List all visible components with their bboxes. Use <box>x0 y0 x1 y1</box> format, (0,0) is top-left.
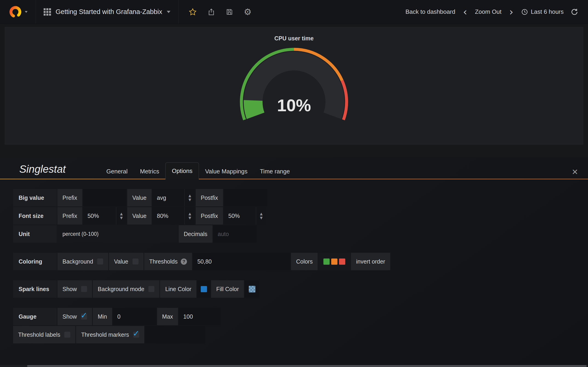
selected-stat: avg <box>152 189 184 206</box>
threshold-labels-checkbox[interactable]: ✓ <box>64 332 70 338</box>
value-checkbox[interactable]: ✓ <box>132 259 138 265</box>
save-icon <box>226 8 233 16</box>
line-color-label: Line Color <box>160 280 196 298</box>
big-value-stat-select[interactable]: avg ▲ ▼ <box>152 189 195 206</box>
tab-time-range[interactable]: Time range <box>254 163 296 179</box>
stepper-arrows-icon[interactable]: ▲ ▼ <box>116 207 127 225</box>
settings-button[interactable]: ⚙ <box>244 7 251 17</box>
color-swatch-red[interactable] <box>339 259 345 265</box>
gauge-row: Gauge Show ✓ Min Max <box>13 308 588 325</box>
big-value-prefix-input[interactable] <box>83 189 127 206</box>
font-size-prefix-label: Prefix <box>57 207 82 225</box>
show-label: Show <box>62 313 77 320</box>
max-label: Max <box>157 308 178 325</box>
decimals-label: Decimals <box>179 225 212 243</box>
gauge-label: Gauge <box>13 308 57 325</box>
time-range-label: Last 6 hours <box>531 8 564 15</box>
coloring-value-toggle[interactable]: Value ✓ <box>109 253 143 270</box>
zoom-out-button[interactable]: Zoom Out <box>475 8 502 15</box>
threshold-color-swatches <box>318 253 350 270</box>
gauge-max-input[interactable] <box>179 308 221 325</box>
color-swatch-green[interactable] <box>323 259 330 265</box>
arrow-up-icon: ▲ <box>260 212 263 216</box>
font-size-label: Font size <box>13 207 57 225</box>
invert-order-button[interactable]: invert order <box>351 253 390 270</box>
stepper-arrows-icon[interactable]: ▲ ▼ <box>184 207 195 225</box>
line-color-cell <box>197 280 210 298</box>
arrow-down-icon: ▼ <box>120 216 123 220</box>
top-navbar: Getting Started with Grafana-Zabbix ⚙ <box>0 0 588 24</box>
spark-show-checkbox[interactable]: ✓ <box>81 286 87 292</box>
time-range-picker[interactable]: Last 6 hours <box>521 8 564 15</box>
back-to-dashboard-button[interactable]: Back to dashboard <box>405 8 455 15</box>
panel-editor: Singlestat General Metrics Options Value… <box>0 157 588 367</box>
gauge-min-input[interactable] <box>113 308 156 325</box>
font-size-value-select[interactable]: 80% ▲ ▼ <box>152 207 195 225</box>
stepper-arrows-icon[interactable]: ▲ ▼ <box>256 207 267 225</box>
close-icon: × <box>572 166 578 177</box>
grafana-menu-button[interactable] <box>0 0 36 24</box>
unit-row: Unit percent (0-100) Decimals <box>13 225 588 243</box>
tab-options[interactable]: Options <box>165 162 199 179</box>
singlestat-panel: CPU user time 10% <box>5 27 583 144</box>
navbar-actions: ⚙ <box>179 0 256 24</box>
big-value-postfix-label: Postfix <box>196 189 223 206</box>
background-checkbox[interactable]: ✓ <box>97 259 103 265</box>
fill-color-cell <box>245 280 259 298</box>
refresh-button[interactable] <box>571 8 578 16</box>
big-value-postfix-input[interactable] <box>224 189 267 206</box>
value-label: Value <box>114 258 128 265</box>
coloring-label: Coloring <box>13 253 57 270</box>
big-value-prefix-label: Prefix <box>57 189 82 206</box>
background-mode-checkbox[interactable]: ✓ <box>148 286 154 292</box>
share-button[interactable] <box>208 8 215 16</box>
tab-value-mappings[interactable]: Value Mappings <box>199 163 254 179</box>
chevron-right-icon: › <box>509 6 513 18</box>
tab-metrics[interactable]: Metrics <box>134 163 166 179</box>
thresholds-input[interactable] <box>193 253 290 270</box>
fill-color-swatch[interactable] <box>249 286 255 292</box>
chevron-down-icon <box>167 11 170 13</box>
line-color-swatch[interactable] <box>201 286 207 292</box>
dashboard-title-button[interactable]: Getting Started with Grafana-Zabbix <box>36 0 179 24</box>
threshold-markers-toggle[interactable]: Threshold markers ✓ <box>76 326 144 343</box>
threshold-markers-checkbox[interactable]: ✓ <box>133 332 139 338</box>
min-label: Min <box>93 308 112 325</box>
selected-postfix-size: 50% <box>224 207 256 225</box>
grafana-logo-icon <box>8 5 23 19</box>
arrow-down-icon: ▼ <box>260 216 263 220</box>
horizontal-scrollbar <box>0 365 588 367</box>
arrow-up-icon: ▲ <box>120 212 123 216</box>
spark-show-toggle[interactable]: Show ✓ <box>57 280 92 298</box>
unit-value-button[interactable]: percent (0-100) <box>57 225 178 243</box>
save-button[interactable] <box>226 8 233 16</box>
gauge-show-toggle[interactable]: Show ✓ <box>57 308 92 325</box>
gauge-thresholds-row: Threshold labels ✓ Threshold markers ✓ <box>13 326 588 343</box>
spark-lines-row: Spark lines Show ✓ Background mode ✓ Lin… <box>13 280 588 298</box>
options-form: Big value Prefix Value avg ▲ ▼ Postfix F… <box>0 179 588 343</box>
font-size-prefix-select[interactable]: 50% ▲ ▼ <box>83 207 127 225</box>
font-size-postfix-label: Postfix <box>196 207 223 225</box>
gauge-show-checkbox[interactable]: ✓ <box>81 314 87 319</box>
font-size-postfix-select[interactable]: 50% ▲ ▼ <box>224 207 267 225</box>
gauge-container: 10% <box>5 42 583 138</box>
scrollbar-thumb[interactable] <box>27 365 587 367</box>
star-button[interactable] <box>189 8 197 16</box>
refresh-icon <box>571 8 578 16</box>
threshold-labels-toggle[interactable]: Threshold labels ✓ <box>13 326 75 343</box>
color-swatch-orange[interactable] <box>331 259 337 265</box>
background-mode-label: Background mode <box>98 286 145 292</box>
tab-general[interactable]: General <box>100 163 134 179</box>
font-size-value-label: Value <box>127 207 152 225</box>
gauge-value: 10% <box>277 96 311 115</box>
panel-title[interactable]: CPU user time <box>5 27 583 42</box>
dashboard-title: Getting Started with Grafana-Zabbix <box>56 8 162 16</box>
dashboard-grid-icon <box>44 8 51 16</box>
decimals-input[interactable] <box>213 225 257 243</box>
spark-background-mode-toggle[interactable]: Background mode ✓ <box>93 280 160 298</box>
threshold-markers-label: Threshold markers <box>81 332 129 338</box>
coloring-background-toggle[interactable]: Background ✓ <box>57 253 108 270</box>
close-editor-button[interactable]: × <box>572 167 578 177</box>
stepper-arrows-icon[interactable]: ▲ ▼ <box>184 189 195 206</box>
help-icon[interactable]: ? <box>181 259 187 265</box>
